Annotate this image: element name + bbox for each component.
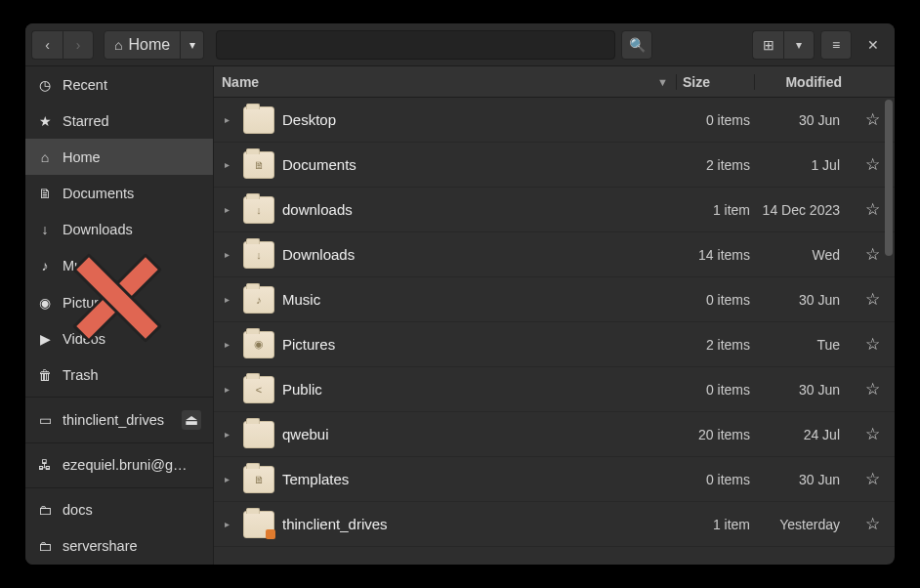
net-icon: 🖧	[37, 458, 53, 472]
music-icon: ♪	[37, 259, 53, 273]
disclosure-triangle-icon[interactable]: ▸	[218, 384, 235, 395]
disclosure-triangle-icon[interactable]: ▸	[218, 294, 235, 305]
file-row[interactable]: ▸♪Music0 items30 Jun☆	[214, 277, 895, 322]
sidebar-item-starred[interactable]: ★Starred	[25, 103, 213, 139]
sidebar-item-trash[interactable]: 🗑Trash	[25, 357, 213, 393]
column-header-size[interactable]: Size	[676, 74, 754, 90]
grid-icon: ⊞	[763, 38, 774, 52]
file-name: Templates	[282, 471, 676, 487]
file-size: 14 items	[676, 247, 754, 263]
path-button-home[interactable]: ⌂ Home	[104, 30, 181, 60]
path-menu-button[interactable]: ▾	[181, 30, 204, 60]
sidebar-item-docs[interactable]: 🗀docs	[25, 492, 213, 528]
sidebar-item-label: Trash	[63, 367, 201, 383]
file-modified: 30 Jun	[754, 292, 850, 308]
disclosure-triangle-icon[interactable]: ▸	[218, 339, 235, 350]
sidebar-item-label: docs	[63, 502, 201, 518]
search-icon: 🔍	[629, 38, 646, 52]
file-list[interactable]: ▸Desktop0 items30 Jun☆▸🗎Documents2 items…	[214, 98, 895, 565]
file-row[interactable]: ▸Desktop0 items30 Jun☆	[214, 98, 895, 143]
close-button[interactable]: ✕	[857, 30, 889, 60]
folder-icon	[243, 106, 274, 134]
grid-view-button[interactable]: ⊞	[752, 30, 783, 60]
sidebar-item-home[interactable]: ⌂Home	[25, 139, 213, 175]
disclosure-triangle-icon[interactable]: ▸	[218, 474, 235, 484]
view-options-button[interactable]: ▾	[783, 30, 815, 60]
disclosure-triangle-icon[interactable]: ▸	[218, 114, 235, 125]
folder-icon: ↓	[243, 241, 274, 269]
sidebar-separator	[25, 397, 213, 398]
sidebar-item-recent[interactable]: ◷Recent	[25, 66, 213, 103]
folder-icon: 🗀	[37, 539, 53, 553]
file-modified: 14 Dec 2023	[754, 202, 850, 218]
star-icon: ★	[37, 114, 53, 128]
view-mode-group: ⊞ ▾	[752, 30, 815, 60]
sidebar-item-servershare[interactable]: 🗀servershare	[25, 528, 213, 565]
sidebar-separator	[25, 487, 213, 488]
drive-icon: ▭	[37, 413, 53, 427]
sidebar-item-label: Recent	[63, 77, 201, 93]
disclosure-triangle-icon[interactable]: ▸	[218, 159, 235, 170]
sidebar-item-label: thinclient_drives	[63, 412, 172, 428]
file-size: 2 items	[676, 337, 754, 353]
doc-icon: 🗎	[37, 187, 53, 200]
disclosure-triangle-icon[interactable]: ▸	[218, 249, 235, 260]
file-row[interactable]: ▸↓Downloads14 itemsWed☆	[214, 232, 895, 277]
file-size: 1 item	[676, 202, 754, 218]
file-modified: 30 Jun	[754, 382, 850, 398]
file-name: thinclient_drives	[282, 516, 676, 532]
window-body: ◷Recent★Starred⌂Home🗎Documents↓Downloads…	[25, 66, 895, 565]
file-row[interactable]: ▸🗎Documents2 items1 Jul☆	[214, 143, 895, 188]
file-modified: 1 Jul	[754, 157, 850, 173]
folder-icon: 🗎	[243, 466, 274, 493]
disclosure-triangle-icon[interactable]: ▸	[218, 519, 235, 529]
trash-icon: 🗑	[37, 368, 53, 382]
file-row[interactable]: ▸qwebui20 items24 Jul☆	[214, 412, 895, 457]
file-size: 0 items	[676, 112, 754, 128]
back-button[interactable]: ‹	[31, 30, 63, 60]
folder-icon: 🗀	[37, 503, 53, 517]
folder-icon: <	[243, 376, 274, 403]
scrollbar[interactable]	[885, 100, 893, 563]
sidebar-item-ezequiel-bruni-g-[interactable]: 🖧ezequiel.bruni@g…	[25, 447, 213, 483]
file-modified: Tue	[754, 337, 850, 353]
file-manager-window: ‹ › ⌂ Home ▾ 🔍 ⊞ ▾ ≡ ✕ ◷Recent★Starred⌂H…	[25, 23, 895, 565]
search-input[interactable]	[216, 30, 615, 60]
column-header-name[interactable]: Name ▼	[214, 74, 676, 90]
caret-down-icon: ▾	[796, 39, 802, 51]
disclosure-triangle-icon[interactable]: ▸	[218, 204, 235, 215]
file-name: Documents	[282, 156, 676, 173]
folder-icon: ◉	[243, 331, 274, 358]
sidebar-item-thinclient-drives[interactable]: ▭thinclient_drives⏏	[25, 401, 213, 438]
column-header-modified[interactable]: Modified	[754, 74, 850, 90]
file-name: Desktop	[282, 111, 676, 128]
sidebar-item-label: Starred	[63, 113, 201, 129]
file-name: downloads	[282, 201, 676, 218]
file-name: qwebui	[282, 426, 676, 442]
file-row[interactable]: ▸thinclient_drives1 itemYesterday☆	[214, 502, 895, 547]
column-headers: Name ▼ Size Modified	[214, 66, 895, 98]
sidebar-item-downloads[interactable]: ↓Downloads	[25, 212, 213, 248]
scrollbar-thumb[interactable]	[885, 100, 893, 256]
hamburger-menu-button[interactable]: ≡	[820, 30, 852, 60]
file-name: Downloads	[282, 246, 676, 263]
file-row[interactable]: ▸<Public0 items30 Jun☆	[214, 367, 895, 412]
chevron-right-icon: ›	[76, 38, 81, 52]
home-icon: ⌂	[37, 150, 53, 164]
file-modified: 30 Jun	[754, 472, 850, 487]
search-button[interactable]: 🔍	[621, 30, 652, 60]
file-size: 0 items	[676, 292, 754, 308]
file-row[interactable]: ▸🗎Templates0 items30 Jun☆	[214, 457, 895, 502]
sidebar-item-documents[interactable]: 🗎Documents	[25, 175, 213, 211]
eject-button[interactable]: ⏏	[182, 410, 201, 430]
file-row[interactable]: ▸↓downloads1 item14 Dec 2023☆	[214, 188, 895, 232]
file-row[interactable]: ▸◉Pictures2 itemsTue☆	[214, 322, 895, 367]
forward-button[interactable]: ›	[63, 30, 94, 60]
folder-icon: 🗎	[243, 151, 274, 179]
file-size: 0 items	[676, 472, 754, 487]
file-name: Public	[282, 381, 676, 398]
caret-down-icon: ▾	[189, 39, 195, 51]
folder-icon: ♪	[243, 286, 274, 314]
disclosure-triangle-icon[interactable]: ▸	[218, 429, 235, 440]
file-modified: Yesterday	[754, 517, 850, 532]
